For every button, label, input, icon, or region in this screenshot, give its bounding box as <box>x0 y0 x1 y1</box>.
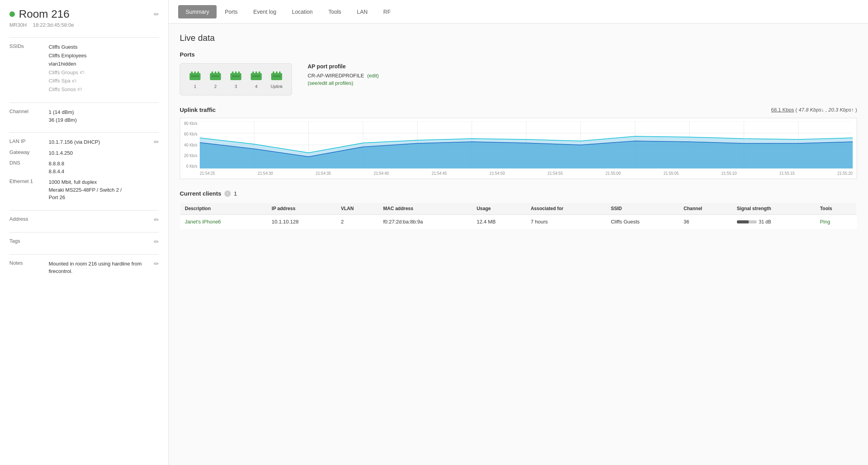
device-header: Room 216 ✏ <box>9 8 159 20</box>
x-label-10: 21:55:15 <box>779 171 795 176</box>
device-name-edit-icon[interactable]: ✏ <box>154 11 159 18</box>
ap-port-profile-row: CR-AP-WIREDPROFILE (edit) <box>308 73 379 79</box>
address-section: Address ✏ <box>9 210 159 232</box>
address-edit-icon[interactable]: ✏ <box>154 216 159 223</box>
y-label-0: 0 Kb/s <box>184 164 197 168</box>
client-signal: 31 dB <box>732 215 815 229</box>
port-item-1: 1 <box>188 70 202 89</box>
uplink-section: Uplink traffic 68.1 Kbps ( 47.8 Kbps↓ , … <box>180 106 857 179</box>
signal-bar-container: 31 dB <box>737 219 811 225</box>
uplink-total: 68.1 Kbps <box>771 107 794 113</box>
tab-event-log[interactable]: Event log <box>246 5 284 18</box>
channel-row: Channel 1 (14 dBm) 36 (19 dBm) <box>9 108 159 124</box>
svg-rect-8 <box>218 71 219 75</box>
svg-rect-11 <box>232 71 233 75</box>
tab-rf[interactable]: RF <box>376 5 398 18</box>
see-edit-profiles-link[interactable]: (see/edit all profiles) <box>308 80 353 86</box>
clients-header: Current clients i 1 <box>180 190 857 197</box>
ssid-cliffs-guests: Cliffs Guests <box>49 43 159 51</box>
port-num-2: 2 <box>214 84 217 89</box>
notes-edit-icon[interactable]: ✏ <box>154 260 159 267</box>
lan-ip-edit-icon[interactable]: ✏ <box>154 138 159 146</box>
svg-rect-22 <box>276 71 277 75</box>
notes-value: Mounted in room 216 using hardline from … <box>49 260 154 275</box>
notes-row: Notes Mounted in room 216 using hardline… <box>9 260 159 275</box>
tag-icon: 🏷 <box>77 86 82 93</box>
svg-rect-16 <box>252 71 254 75</box>
ssid-name: Cliffs Employees <box>49 52 87 60</box>
dns-value: 8.8.8.8 8.8.4.4 <box>49 160 159 175</box>
ssids-value: Cliffs Guests Cliffs Employees vlan1hidd… <box>49 43 159 94</box>
client-vlan: 2 <box>336 215 379 229</box>
clients-title: Current clients <box>180 190 221 197</box>
x-label-5: 21:54:50 <box>490 171 505 176</box>
ethernet1-label: Ethernet 1 <box>9 178 49 201</box>
client-tools: Ping <box>815 215 857 229</box>
gateway-value: 10.1.4.250 <box>49 149 159 157</box>
svg-rect-18 <box>259 71 260 75</box>
edit-profile-link[interactable]: (edit) <box>367 73 379 79</box>
lan-ip-section: LAN IP 10.1.7.156 (via DHCP) ✏ Gateway 1… <box>9 132 159 210</box>
chart-svg-wrap <box>200 121 853 170</box>
ssids-row: SSIDs Cliffs Guests Cliffs Employees vla… <box>9 43 159 94</box>
uplink-stats: 68.1 Kbps ( 47.8 Kbps↓ , 20.3 Kbps↑ ) <box>771 107 857 113</box>
svg-rect-1 <box>191 71 193 75</box>
ports-section: Ports 1 <box>180 51 857 95</box>
channel-line1: 1 (14 dBm) <box>49 108 159 116</box>
device-title: Room 216 <box>9 8 69 20</box>
client-associated: 7 hours <box>526 215 606 229</box>
device-model: MR30H <box>9 22 27 28</box>
tab-ports[interactable]: Ports <box>217 5 245 18</box>
main-content: Live data Ports 1 <box>169 24 868 238</box>
svg-rect-19 <box>252 75 260 77</box>
col-description: Description <box>180 203 267 215</box>
tab-summary[interactable]: Summary <box>178 5 217 18</box>
uplink-paren-close: ) <box>855 107 857 113</box>
uplink-comma: , <box>826 107 828 113</box>
svg-rect-14 <box>232 75 240 77</box>
uplink-down: 47.8 Kbps↓ <box>799 107 824 113</box>
ethernet1-line3: Port 26 <box>49 194 159 201</box>
col-ssid: SSID <box>606 203 679 215</box>
tab-tools[interactable]: Tools <box>321 5 349 18</box>
ssid-cliffs-sonos: Cliffs Sonos 🏷 <box>49 86 159 93</box>
clients-table: Description IP address VLAN MAC address … <box>180 202 857 229</box>
chart-x-labels: 21:54:25 21:54:30 21:54:35 21:54:40 21:5… <box>184 171 853 176</box>
ping-link[interactable]: Ping <box>820 219 830 225</box>
svg-rect-6 <box>212 71 213 75</box>
lan-ip-value: 10.1.7.156 (via DHCP) <box>49 138 154 146</box>
device-mac: 18:22:3d:45:58:0e <box>33 22 74 28</box>
uplink-header: Uplink traffic 68.1 Kbps ( 47.8 Kbps↓ , … <box>180 106 857 113</box>
x-label-6: 21:54:55 <box>547 171 563 176</box>
gateway-row: Gateway 10.1.4.250 <box>9 149 159 157</box>
dns-line2: 8.8.4.4 <box>49 168 159 176</box>
signal-bar <box>737 220 757 223</box>
device-meta: MR30H 18:22:3d:45:58:0e <box>9 22 159 28</box>
tags-label: Tags <box>9 238 49 244</box>
chart-y-axis: 80 Kb/s 60 Kb/s 40 Kb/s 20 Kb/s 0 Kb/s <box>184 121 200 168</box>
svg-rect-17 <box>255 71 257 75</box>
ssids-label: SSIDs <box>9 43 49 94</box>
signal-db: 31 dB <box>759 219 771 225</box>
port-plug-icon-2 <box>208 70 222 82</box>
ssid-name: vlan1hidden <box>49 60 76 68</box>
x-label-9: 21:55:10 <box>721 171 737 176</box>
client-description-link[interactable]: Janet's iPhone6 <box>185 219 221 225</box>
ssid-vlan1hidden: vlan1hidden <box>49 60 159 68</box>
ap-port-profile-label: AP port profile <box>308 63 379 70</box>
clients-info-icon[interactable]: i <box>224 190 231 197</box>
port-plug-icon-1 <box>188 70 202 82</box>
tags-edit-icon[interactable]: ✏ <box>154 238 159 245</box>
col-tools: Tools <box>815 203 857 215</box>
ssids-section: SSIDs Cliffs Guests Cliffs Employees vla… <box>9 37 159 103</box>
tab-location[interactable]: Location <box>284 5 320 18</box>
right-panel: Summary Ports Event log Location Tools L… <box>169 0 868 465</box>
channel-section: Channel 1 (14 dBm) 36 (19 dBm) <box>9 103 159 132</box>
tab-lan[interactable]: LAN <box>350 5 375 18</box>
svg-rect-9 <box>212 75 219 77</box>
ssid-name: Cliffs Sonos <box>49 86 76 93</box>
svg-rect-21 <box>273 71 274 75</box>
port-icons-box: 1 2 <box>180 63 292 95</box>
x-label-4: 21:54:45 <box>432 171 447 176</box>
lan-ip-label: LAN IP <box>9 138 49 144</box>
